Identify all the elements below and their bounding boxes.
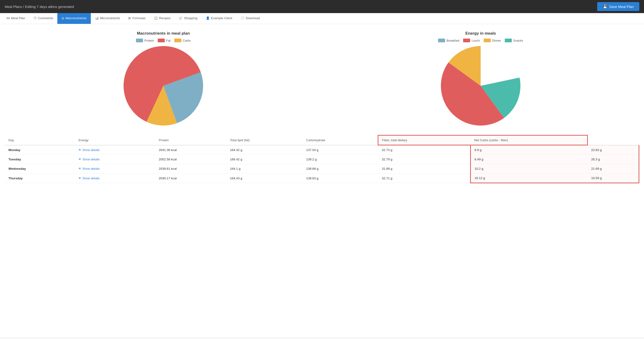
macro-chart-legend: Protein Fat Carbs bbox=[136, 38, 191, 42]
energy-chart-container: Energy in meals Breakfast Lunch Dinner S… bbox=[338, 31, 624, 126]
table-header-row: Day Energy Protein Total lipid (fat) Car… bbox=[5, 135, 639, 145]
cell-netcarbs: 16.59 g bbox=[587, 173, 639, 183]
tab-comments[interactable]: 🗨 Comments bbox=[29, 13, 57, 24]
recipes-icon: 📋 bbox=[154, 16, 158, 20]
show-details-link[interactable]: 👁 Show details bbox=[78, 158, 151, 161]
legend-carbs: Carbs bbox=[174, 38, 191, 42]
table-row: Thursday 👁 Show details 2040.17 kcal 164… bbox=[5, 173, 639, 183]
energy-pie-chart bbox=[441, 46, 520, 126]
cell-fiber: 10.2 g bbox=[470, 164, 587, 173]
cell-day: Wednesday bbox=[5, 164, 75, 173]
comments-icon: 🗨 bbox=[34, 16, 36, 20]
cell-fat: 139.63 g bbox=[302, 173, 378, 183]
snacks-color bbox=[505, 38, 512, 42]
macro-pie-chart bbox=[124, 46, 203, 126]
tab-micronutrients[interactable]: 📊 Micronutrients bbox=[91, 13, 124, 24]
legend-snacks: Snacks bbox=[505, 38, 523, 42]
cell-netcarbs: 21.69 g bbox=[587, 164, 639, 173]
table-row: Monday 👁 Show details 2041.36 kcal 164.4… bbox=[5, 145, 639, 155]
col-header-energy: Energy bbox=[75, 135, 155, 145]
legend-lunch: Lunch bbox=[463, 38, 480, 42]
tabs-bar: 🍽 Meal Plan 🗨 Comments ◎ Macronutrients … bbox=[0, 13, 644, 24]
macro-chart-container: Macronutrients in meal plan Protein Fat … bbox=[20, 31, 306, 126]
tab-formulas[interactable]: ⊞ Formulas bbox=[124, 13, 150, 24]
cell-carbs: 32.71 g bbox=[378, 173, 470, 183]
cell-carbs: 32.79 g bbox=[378, 155, 470, 164]
formulas-icon: ⊞ bbox=[128, 16, 131, 20]
show-details-link[interactable]: 👁 Show details bbox=[78, 148, 151, 152]
charts-section: Macronutrients in meal plan Protein Fat … bbox=[5, 29, 639, 128]
cell-protein: 164.1 g bbox=[226, 164, 302, 173]
col-header-netcarbs: Net Carbs (carbs - fiber) bbox=[470, 135, 587, 145]
dinner-color bbox=[484, 38, 491, 42]
lunch-color bbox=[463, 38, 470, 42]
cell-fat: 138.68 g bbox=[302, 164, 378, 173]
table-row: Tuesday 👁 Show details 2052.58 kcal 166.… bbox=[5, 155, 639, 164]
breadcrumb: Meal Plans / Editing 7 days atkins gener… bbox=[5, 5, 74, 9]
micronutrients-icon: 📊 bbox=[95, 16, 99, 20]
tab-recipes[interactable]: 📋 Recipes bbox=[150, 13, 175, 24]
col-header-carbs: Carbohydrate bbox=[302, 135, 378, 145]
tab-shopping[interactable]: 🛒 Shopping bbox=[174, 13, 202, 24]
cell-protein: 164.43 g bbox=[226, 173, 302, 183]
energy-chart-title: Energy in meals bbox=[466, 31, 496, 36]
cell-show-details: 👁 Show details bbox=[75, 145, 155, 155]
cell-day: Monday bbox=[5, 145, 75, 155]
legend-fat: Fat bbox=[158, 38, 170, 42]
macro-chart-title: Macronutrients in meal plan bbox=[137, 31, 190, 36]
top-bar: Meal Plans / Editing 7 days atkins gener… bbox=[0, 0, 644, 13]
tab-meal-plan[interactable]: 🍽 Meal Plan bbox=[2, 13, 29, 24]
cell-show-details: 👁 Show details bbox=[75, 164, 155, 173]
breakfast-color bbox=[438, 38, 445, 42]
meal-plan-icon: 🍽 bbox=[6, 16, 10, 20]
col-header-protein: Protein bbox=[155, 135, 226, 145]
table-row: Wednesday 👁 Show details 2039.61 kcal 16… bbox=[5, 164, 639, 173]
cell-netcarbs: 26.3 g bbox=[587, 155, 639, 164]
macronutrients-icon: ◎ bbox=[62, 16, 64, 20]
cell-carbs: 31.89 g bbox=[378, 164, 470, 173]
tab-example-client[interactable]: 👤 Example Client bbox=[202, 13, 236, 24]
legend-protein: Protein bbox=[136, 38, 154, 42]
energy-chart-legend: Breakfast Lunch Dinner Snacks bbox=[438, 38, 523, 42]
show-details-link[interactable]: 👁 Show details bbox=[78, 177, 151, 180]
nutrition-table: Day Energy Protein Total lipid (fat) Car… bbox=[5, 135, 639, 183]
cell-protein: 166.42 g bbox=[226, 155, 302, 164]
main-content: Macronutrients in meal plan Protein Fat … bbox=[0, 24, 644, 337]
cell-fiber: 6.49 g bbox=[470, 155, 587, 164]
cell-energy: 2052.58 kcal bbox=[155, 155, 226, 164]
shopping-icon: 🛒 bbox=[179, 16, 182, 20]
col-header-fat: Total lipid (fat) bbox=[226, 135, 302, 145]
cell-energy: 2039.61 kcal bbox=[155, 164, 226, 173]
save-icon: 💾 bbox=[603, 4, 607, 9]
fat-color bbox=[158, 38, 165, 42]
protein-color bbox=[136, 38, 143, 42]
cell-fiber: 16.12 g bbox=[470, 173, 587, 183]
cell-show-details: 👁 Show details bbox=[75, 173, 155, 183]
cell-fiber: 8.9 g bbox=[470, 145, 587, 155]
col-header-day: Day bbox=[5, 135, 75, 145]
cell-fat: 137.54 g bbox=[302, 145, 378, 155]
cell-netcarbs: 23.83 g bbox=[587, 145, 639, 155]
cell-day: Thursday bbox=[5, 173, 75, 183]
cell-carbs: 32.73 g bbox=[378, 145, 470, 155]
example-client-icon: 👤 bbox=[206, 16, 210, 20]
table-section: Day Energy Protein Total lipid (fat) Car… bbox=[5, 135, 639, 183]
carbs-color bbox=[174, 38, 181, 42]
save-meal-plan-button[interactable]: 💾 Save Meal Plan bbox=[597, 2, 639, 11]
cell-protein: 164.42 g bbox=[226, 145, 302, 155]
cell-energy: 2040.17 kcal bbox=[155, 173, 226, 183]
cell-show-details: 👁 Show details bbox=[75, 155, 155, 164]
legend-breakfast: Breakfast bbox=[438, 38, 459, 42]
cell-energy: 2041.36 kcal bbox=[155, 145, 226, 155]
tab-download[interactable]: 📄 Download bbox=[236, 13, 264, 24]
cell-day: Tuesday bbox=[5, 155, 75, 164]
download-icon: 📄 bbox=[240, 16, 244, 20]
legend-dinner: Dinner bbox=[484, 38, 501, 42]
cell-fat: 139.2 g bbox=[302, 155, 378, 164]
show-details-link[interactable]: 👁 Show details bbox=[78, 167, 151, 170]
col-header-fiber: Fiber, total dietary bbox=[378, 135, 470, 145]
tab-macronutrients[interactable]: ◎ Macronutrients bbox=[57, 13, 90, 24]
